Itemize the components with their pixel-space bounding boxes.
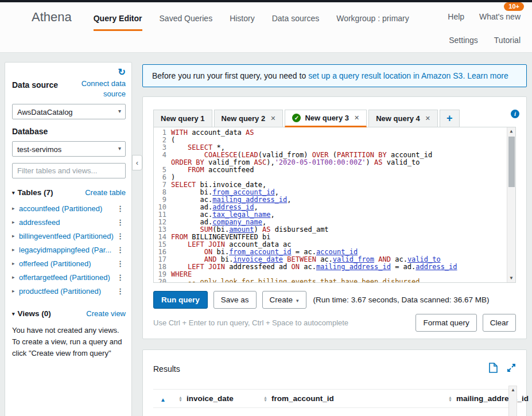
scroll-up-icon[interactable]: ▲ — [509, 386, 517, 394]
code-token: ac. — [171, 211, 212, 219]
table-list-item[interactable]: ▸offertargetfeed (Partitioned)⋮ — [12, 270, 126, 284]
nav-item-workgroup-primary[interactable]: Workgroup : primary — [336, 14, 409, 29]
content-area: ↻ Data source Connect data source AwsDat… — [0, 53, 532, 416]
create-button[interactable]: Create▾ — [262, 291, 306, 309]
table-name[interactable]: productfeed (Partitioned) — [19, 287, 115, 296]
table-name[interactable]: billingeventfeed (Partitioned) — [19, 232, 115, 240]
table-name[interactable]: legacyidmappingfeed (Par... — [19, 246, 115, 254]
code-text: FROM accountfeed — [171, 166, 254, 174]
table-options-icon[interactable]: ⋮ — [115, 259, 126, 268]
new-tab-button[interactable]: + — [440, 110, 460, 127]
expand-results-icon[interactable] — [507, 363, 516, 375]
code-token: ASC — [254, 158, 267, 166]
close-tab-icon[interactable]: ✕ — [354, 114, 359, 122]
code-token: = ad. — [391, 263, 415, 271]
save-as-button[interactable]: Save as — [213, 291, 257, 309]
run-query-button[interactable]: Run query — [153, 291, 208, 309]
table-name[interactable]: addressfeed — [19, 218, 115, 227]
table-list-item[interactable]: ▸accountfeed (Partitioned)⋮ — [12, 201, 126, 215]
connect-data-source-link[interactable]: Connect data source — [67, 79, 126, 99]
table-name[interactable]: offertargetfeed (Partitioned) — [19, 273, 115, 282]
code-token: , — [270, 211, 274, 219]
code-token: account_data — [188, 129, 246, 137]
table-list-item[interactable]: ▸legacyidmappingfeed (Par...⋮ — [12, 243, 126, 256]
settings-link[interactable]: Settings — [449, 36, 478, 45]
code-token — [171, 248, 204, 256]
collapse-views-icon[interactable]: ▾ — [12, 311, 15, 317]
tab-label: New query 2 — [222, 114, 266, 123]
s3-setup-banner: Before you run your first query, you nee… — [142, 64, 527, 87]
format-query-button[interactable]: Format query — [415, 314, 476, 332]
table-options-icon[interactable]: ⋮ — [115, 218, 126, 227]
code-token: valid_to — [407, 255, 441, 263]
query-tab-4[interactable]: New query 4✕ — [368, 110, 438, 127]
caret-down-icon: ▾ — [118, 108, 121, 114]
table-list-item[interactable]: ▸productfeed (Partitioned)⋮ — [12, 284, 126, 298]
table-list-item[interactable]: ▸offerfeed (Partitioned)⋮ — [12, 256, 126, 270]
autocomplete-hint: Use Ctrl + Enter to run query, Ctrl + Sp… — [153, 318, 348, 327]
help-link[interactable]: Help — [448, 12, 464, 21]
code-token: SELECT — [188, 143, 212, 151]
scroll-down-icon[interactable]: ▼ — [507, 274, 515, 282]
create-table-link[interactable]: Create table — [85, 188, 126, 197]
column-sort-icon[interactable]: ▲▼ — [178, 396, 182, 402]
code-token: , — [287, 196, 291, 204]
expand-table-icon[interactable]: ▸ — [12, 288, 19, 294]
sort-ascending-icon[interactable]: ▲ — [160, 396, 166, 403]
table-options-icon[interactable]: ⋮ — [115, 204, 126, 213]
code-token: amount — [229, 226, 254, 234]
refresh-icon[interactable]: ↻ — [118, 68, 126, 77]
expand-table-icon[interactable]: ▸ — [12, 233, 19, 239]
sql-editor[interactable]: 1WITH account_data AS2(3 SELECT *,4 COAL… — [153, 127, 516, 283]
column-sort-icon[interactable]: ▲▼ — [448, 396, 452, 402]
code-token: addressfeed ad — [225, 263, 292, 271]
tutorial-link[interactable]: Tutorial — [494, 36, 521, 45]
scrollbar-thumb[interactable] — [508, 137, 515, 187]
clear-button[interactable]: Clear — [483, 314, 516, 332]
table-name[interactable]: accountfeed (Partitioned) — [19, 204, 115, 213]
code-token: SELECT — [171, 181, 196, 189]
code-token: account_id — [387, 151, 432, 159]
close-tab-icon[interactable]: ✕ — [270, 115, 275, 122]
nav-item-saved-queries[interactable]: Saved Queries — [160, 14, 213, 29]
table-options-icon[interactable]: ⋮ — [115, 232, 126, 240]
tab-label: New query 1 — [161, 114, 205, 123]
expand-table-icon[interactable]: ▸ — [12, 219, 19, 225]
results-scrollbar[interactable]: ▲ — [508, 386, 517, 416]
table-options-icon[interactable]: ⋮ — [115, 287, 126, 296]
nav-item-query-editor[interactable]: Query Editor — [94, 14, 142, 31]
query-tab-1[interactable]: New query 1 — [153, 110, 212, 127]
query-tab-2[interactable]: New query 2✕ — [214, 110, 284, 127]
data-source-select[interactable]: AwsDataCatalog ▾ — [12, 104, 126, 119]
sorted-column-indicator[interactable]: ▲ — [153, 394, 178, 404]
database-select[interactable]: test-servimos ▾ — [12, 141, 126, 157]
filter-tables-input[interactable] — [12, 163, 126, 178]
table-list-item[interactable]: ▸billingeventfeed (Partitioned)⋮ — [12, 229, 126, 243]
editor-scrollbar[interactable]: ▲ ▼ — [507, 127, 515, 282]
table-options-icon[interactable]: ⋮ — [115, 273, 126, 282]
table-name[interactable]: offerfeed (Partitioned) — [19, 259, 115, 268]
results-column-from-account-id[interactable]: ▲▼from_account_id — [263, 394, 448, 403]
expand-table-icon[interactable]: ▸ — [12, 274, 19, 280]
column-sort-icon[interactable]: ▲▼ — [263, 396, 267, 402]
app-header: Athena Query EditorSaved QueriesHistoryD… — [0, 2, 532, 53]
nav-item-data-sources[interactable]: Data sources — [272, 14, 319, 29]
expand-table-icon[interactable]: ▸ — [12, 205, 19, 211]
code-token: BILLINGEVENTFEED bi — [188, 233, 271, 241]
results-column-invoice-date[interactable]: ▲▼invoice_date — [178, 394, 263, 403]
collapse-tables-icon[interactable]: ▾ — [12, 190, 15, 196]
export-results-icon[interactable] — [489, 363, 498, 375]
nav-item-history[interactable]: History — [230, 14, 255, 29]
collapse-sidebar-button[interactable]: ‹ — [132, 155, 142, 170]
expand-table-icon[interactable]: ▸ — [12, 247, 19, 252]
setup-query-result-location-link[interactable]: set up a query result location in Amazon… — [308, 71, 508, 80]
expand-table-icon[interactable]: ▸ — [12, 261, 19, 266]
table-list-item[interactable]: ▸addressfeed⋮ — [12, 215, 126, 229]
banner-text: Before you run your first query, you nee… — [152, 71, 308, 80]
table-options-icon[interactable]: ⋮ — [115, 246, 126, 254]
close-tab-icon[interactable]: ✕ — [425, 115, 430, 122]
scroll-up-icon[interactable]: ▲ — [507, 127, 515, 135]
query-tab-3[interactable]: ✓New query 3✕ — [285, 110, 367, 127]
create-view-link[interactable]: Create view — [86, 309, 126, 318]
whats-new-link[interactable]: What's new — [479, 12, 521, 21]
